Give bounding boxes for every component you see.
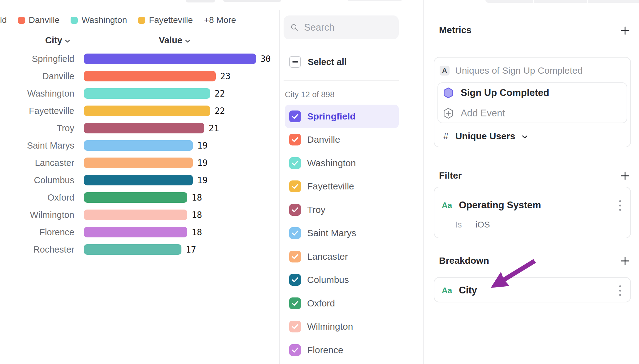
filter-value: iOS <box>476 220 490 230</box>
divider <box>284 80 399 81</box>
filter-operator: Is <box>455 220 462 230</box>
city-label: Lancaster <box>307 251 348 262</box>
bar-value: 21 <box>209 123 219 133</box>
add-event-row[interactable]: Add Event <box>443 108 505 119</box>
bar-row: Springfield 30 <box>0 50 279 67</box>
city-checkbox[interactable] <box>289 251 301 262</box>
city-list-item[interactable]: Lancaster <box>285 245 399 268</box>
bar[interactable] <box>84 140 193 151</box>
bar[interactable] <box>84 54 256 64</box>
breakdown-section-title: Breakdown <box>439 255 489 266</box>
city-list-item[interactable]: Saint Marys <box>285 222 399 245</box>
metric-title: Uniques of Sign Up Completed <box>455 65 583 76</box>
city-checkbox[interactable] <box>289 157 301 169</box>
legend-more-button[interactable]: +8 More <box>204 15 236 25</box>
add-breakdown-button[interactable] <box>620 256 630 266</box>
bar[interactable] <box>84 71 216 81</box>
city-checkbox[interactable] <box>289 321 301 332</box>
bar[interactable] <box>84 244 181 255</box>
bar-row: Lancaster 19 <box>0 154 279 171</box>
event-name: Sign Up Completed <box>461 87 549 98</box>
city-checkbox[interactable] <box>289 204 301 216</box>
column-header-value[interactable]: Value <box>159 35 190 46</box>
bar-label: Florence <box>0 227 74 237</box>
bar-row: Florence 18 <box>0 223 279 241</box>
bar-value: 18 <box>192 193 202 203</box>
city-list-item[interactable]: Florence <box>285 338 399 362</box>
add-metric-button[interactable] <box>620 26 630 35</box>
city-checkbox[interactable] <box>289 274 301 286</box>
number-type-icon: # <box>443 131 449 141</box>
city-checkbox[interactable] <box>289 297 301 309</box>
search-input[interactable] <box>304 22 392 33</box>
bar[interactable] <box>84 227 187 237</box>
column-header-city[interactable]: City <box>45 35 70 46</box>
city-list-item[interactable]: Wilmington <box>285 315 399 339</box>
toolbar-remnant-3 <box>348 0 402 1</box>
city-label: Fayetteville <box>307 181 354 192</box>
city-checkbox[interactable] <box>289 180 301 192</box>
bar[interactable] <box>84 88 210 99</box>
city-list-item[interactable]: Troy <box>285 198 399 222</box>
breakdown-card: Aa City <box>434 277 631 302</box>
city-label: Danville <box>307 134 340 145</box>
bar[interactable] <box>84 192 187 203</box>
legend-item[interactable]: Danville <box>18 15 60 25</box>
legend-item[interactable]: Fayetteville <box>138 15 193 25</box>
bar-label: Lancaster <box>0 158 74 168</box>
bar-label: Washington <box>0 89 74 99</box>
check-icon <box>292 324 298 329</box>
bar[interactable] <box>84 123 204 133</box>
filter-property-row[interactable]: Aa Operating System <box>442 200 541 211</box>
select-all-row[interactable]: Select all <box>289 56 347 68</box>
filter-section-title: Filter <box>439 170 462 181</box>
bar-value: 22 <box>215 106 225 116</box>
toolbar-remnant-2 <box>223 0 281 2</box>
bar-row: Columbus 19 <box>0 171 279 189</box>
search-box[interactable] <box>284 15 399 39</box>
bar[interactable] <box>84 175 193 185</box>
city-list-item[interactable]: Oxford <box>285 292 399 315</box>
city-list-item[interactable]: Fayetteville <box>285 175 399 198</box>
bar-label: Saint Marys <box>0 141 74 151</box>
chart-legend: ld DanvilleWashingtonFayetteville+8 More <box>0 15 236 25</box>
bar-label: Troy <box>0 123 74 133</box>
select-all-checkbox[interactable] <box>289 56 301 68</box>
add-filter-button[interactable] <box>620 171 630 180</box>
legend-item[interactable]: Washington <box>71 15 127 25</box>
city-list-item[interactable]: Danville <box>285 128 399 152</box>
city-list-item[interactable]: Springfield <box>285 105 399 128</box>
event-row[interactable]: Sign Up Completed <box>443 87 549 98</box>
add-event-hexagon-icon <box>443 108 453 119</box>
bar-value: 30 <box>260 54 271 64</box>
kebab-menu-icon[interactable] <box>616 200 624 211</box>
dropdown-left-border <box>279 10 280 364</box>
legend-label: Washington <box>81 15 127 25</box>
city-checkbox[interactable] <box>289 344 301 356</box>
legend-swatch <box>138 17 145 24</box>
event-card: Sign Up Completed Add Event <box>437 82 627 123</box>
bar-row: Danville 23 <box>0 67 279 85</box>
filter-condition-row[interactable]: Is iOS <box>455 220 490 230</box>
bar-row: Fayetteville 22 <box>0 102 279 119</box>
bar-row: Saint Marys 19 <box>0 137 279 154</box>
breakdown-property-row[interactable]: Aa City <box>442 285 477 296</box>
metrics-section-title: Metrics <box>439 25 472 35</box>
city-checkbox[interactable] <box>289 134 301 145</box>
city-label: Wilmington <box>307 321 353 332</box>
city-checkbox[interactable] <box>289 227 301 239</box>
city-list-item[interactable]: Washington <box>285 151 399 175</box>
aggregation-selector[interactable]: # Unique Users <box>443 131 528 141</box>
toolbar-remnant-1 <box>186 0 215 2</box>
city-checkbox[interactable] <box>289 110 301 122</box>
panel-divider <box>423 0 424 364</box>
bar-value: 18 <box>192 227 202 237</box>
city-label: Florence <box>307 345 343 355</box>
legend-item-truncated[interactable]: ld <box>0 15 7 25</box>
bar[interactable] <box>84 158 193 168</box>
bar[interactable] <box>84 210 187 220</box>
metric-header-row[interactable]: A Uniques of Sign Up Completed <box>440 65 583 76</box>
kebab-menu-icon[interactable] <box>616 285 624 296</box>
bar[interactable] <box>84 106 210 116</box>
city-list-item[interactable]: Columbus <box>285 268 399 292</box>
